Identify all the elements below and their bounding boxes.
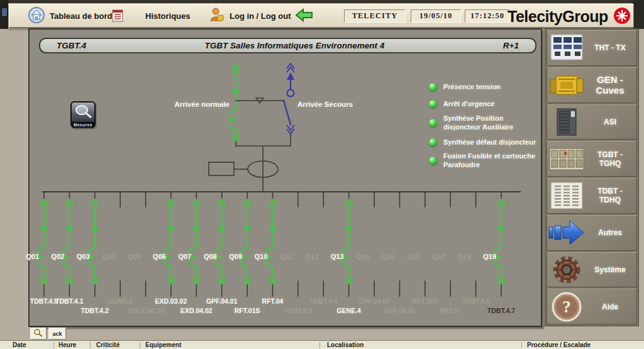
column-header-criticit: Criticité bbox=[96, 341, 119, 348]
back-button[interactable] bbox=[295, 4, 314, 27]
load-label-TDBT.4.6: TDBT.4.6 bbox=[446, 297, 506, 305]
panel-title: TGBT Salles Informatiques Environnement … bbox=[86, 41, 503, 50]
breaker-label-Q19[interactable]: Q19 bbox=[469, 253, 496, 260]
dashboard-button[interactable]: Tableau de bord bbox=[28, 4, 112, 27]
user-icon bbox=[209, 7, 225, 25]
breaker-label-Q10[interactable]: Q10 bbox=[240, 253, 268, 260]
breaker-label-Q18[interactable]: Q18 bbox=[443, 253, 471, 260]
window-left-edge bbox=[0, 0, 8, 29]
sidebar-item-label: ASI bbox=[586, 118, 636, 126]
column-separator bbox=[53, 342, 54, 348]
alarm-table-header: DateHeureCriticitéEquipementLocalisation… bbox=[0, 340, 644, 349]
sidebar-item-label: TDBT - TDHQ bbox=[586, 187, 636, 204]
ack-label: ack bbox=[52, 331, 62, 337]
panel-id: TGBT.4 bbox=[57, 41, 86, 50]
breaker-label-Q05[interactable]: Q05 bbox=[113, 253, 141, 260]
breaker-label-Q01[interactable]: Q01 bbox=[11, 253, 39, 260]
window-top-edge bbox=[0, 0, 644, 3]
sidebar-item-tht-tx[interactable]: THT - TX bbox=[547, 30, 637, 66]
sidebar-item-autres[interactable]: Autres bbox=[547, 215, 637, 251]
site-name-display: TELECITY bbox=[344, 9, 406, 23]
alarm-zoom-button[interactable] bbox=[30, 328, 47, 340]
generator-icon bbox=[547, 72, 586, 98]
blue-arrow-icon bbox=[547, 219, 586, 247]
lv-switchboard-icon bbox=[547, 147, 586, 172]
mesures-label: Mesures bbox=[72, 122, 94, 128]
ups-icon bbox=[547, 108, 586, 136]
ack-button[interactable]: ack bbox=[48, 328, 66, 340]
panel-header: TGBT.4 TGBT Salles Informatiques Environ… bbox=[39, 38, 536, 53]
history-button[interactable]: Historiques bbox=[111, 4, 191, 27]
brand-logo: TelecityGroup bbox=[508, 8, 608, 26]
status-led-row: Synthèse défaut disjoncteur bbox=[429, 138, 536, 147]
breaker-label-Q06[interactable]: Q06 bbox=[138, 253, 166, 260]
column-separator bbox=[521, 342, 522, 348]
magnifier-icon bbox=[74, 104, 92, 122]
sidebar-item-label: THT - TX bbox=[586, 43, 636, 52]
window-right-edge bbox=[633, 0, 644, 29]
sidebar-item-label: TGBT - TGHQ bbox=[586, 150, 636, 168]
column-header-proc-dure-escalade: Procédure / Escalade bbox=[527, 341, 591, 348]
breaker-label-Q17[interactable]: Q17 bbox=[418, 253, 445, 260]
sidebar-item-label: Aide bbox=[586, 302, 636, 311]
login-label: Log in / Log out bbox=[230, 11, 291, 21]
green-led-icon bbox=[429, 157, 437, 165]
back-arrow-icon bbox=[295, 8, 314, 24]
sidebar-item-label: Autres bbox=[586, 228, 636, 237]
green-led-icon bbox=[429, 100, 437, 108]
breaker-label-Q09[interactable]: Q09 bbox=[214, 253, 242, 260]
breaker-label-Q03[interactable]: Q03 bbox=[62, 253, 90, 260]
breaker-label-Q02[interactable]: Q02 bbox=[36, 253, 64, 260]
sidebar-item-aide[interactable]: ?Aide bbox=[547, 289, 637, 324]
arrival-normal-label: Arrivée normale bbox=[154, 101, 230, 108]
sidebar-item-syst-me[interactable]: Système bbox=[547, 252, 637, 288]
main-panel bbox=[28, 28, 542, 327]
magnifier-icon bbox=[33, 328, 43, 340]
svg-text:?: ? bbox=[562, 297, 571, 316]
green-led-icon bbox=[429, 119, 437, 127]
login-button[interactable]: Log in / Log out bbox=[209, 4, 291, 27]
column-header-equipement: Equipement bbox=[145, 341, 181, 348]
breaker-label-Q11[interactable]: Q11 bbox=[265, 253, 293, 260]
sidebar-item-gen-cuves[interactable]: GEN - Cuves bbox=[547, 67, 637, 103]
breaker-label-Q07[interactable]: Q07 bbox=[164, 253, 191, 260]
distribution-board-icon bbox=[547, 182, 586, 209]
breaker-label-Q04[interactable]: Q04 bbox=[87, 253, 115, 260]
mesures-button[interactable]: Mesures bbox=[70, 101, 96, 128]
status-led-row: Fusion Fusible et cartoucheParafoudre bbox=[429, 152, 535, 169]
breaker-label-Q13[interactable]: Q13 bbox=[316, 253, 344, 260]
breaker-label-Q15[interactable]: Q15 bbox=[367, 253, 394, 260]
status-led-row: Synthèse Positiondisjoncteur Auxiliaire bbox=[429, 114, 513, 131]
breaker-label-Q14[interactable]: Q14 bbox=[341, 253, 369, 260]
status-led-label: Arrêt d'urgence bbox=[443, 99, 494, 108]
status-led-label: Fusion Fusible et cartoucheParafoudre bbox=[443, 152, 535, 169]
status-led-row: Présence tension bbox=[429, 82, 501, 91]
red-star-icon bbox=[613, 7, 631, 27]
breaker-label-Q08[interactable]: Q08 bbox=[189, 253, 217, 260]
dashboard-label: Tableau de bord bbox=[50, 11, 112, 21]
arrival-backup-label: Arrivée Secours bbox=[297, 101, 353, 108]
scada-screen: Tableau de bord Historiques Log in / Log… bbox=[0, 0, 644, 349]
toolbar: Tableau de bord Historiques Log in / Log… bbox=[9, 4, 634, 28]
help-icon: ? bbox=[547, 291, 586, 323]
sidebar-item-label: Système bbox=[586, 265, 636, 274]
breaker-label-Q16[interactable]: Q16 bbox=[392, 253, 420, 260]
sidebar-item-tdbt-tdhq[interactable]: TDBT - TDHQ bbox=[547, 178, 637, 214]
status-led-label: Synthèse défaut disjoncteur bbox=[443, 138, 536, 147]
notepad-icon bbox=[111, 8, 124, 25]
column-header-heure: Heure bbox=[58, 341, 76, 348]
column-separator bbox=[319, 342, 320, 348]
column-separator bbox=[90, 342, 91, 348]
sidebar-item-tgbt-tghq[interactable]: TGBT - TGHQ bbox=[547, 141, 637, 177]
sidebar-item-asi[interactable]: ASI bbox=[547, 104, 637, 140]
column-header-localisation: Localisation bbox=[327, 341, 364, 348]
hv-switchgear-icon bbox=[547, 34, 586, 62]
home-icon bbox=[28, 7, 45, 25]
column-header-date: Date bbox=[13, 341, 26, 348]
load-label-TDBT.4.7: TDBT.4.7 bbox=[471, 307, 531, 314]
column-separator bbox=[140, 342, 140, 348]
date-display: 19/05/10 bbox=[411, 9, 461, 23]
breaker-label-Q12[interactable]: Q12 bbox=[291, 253, 318, 260]
status-led-row: Arrêt d'urgence bbox=[429, 99, 494, 108]
green-led-icon bbox=[429, 138, 437, 147]
